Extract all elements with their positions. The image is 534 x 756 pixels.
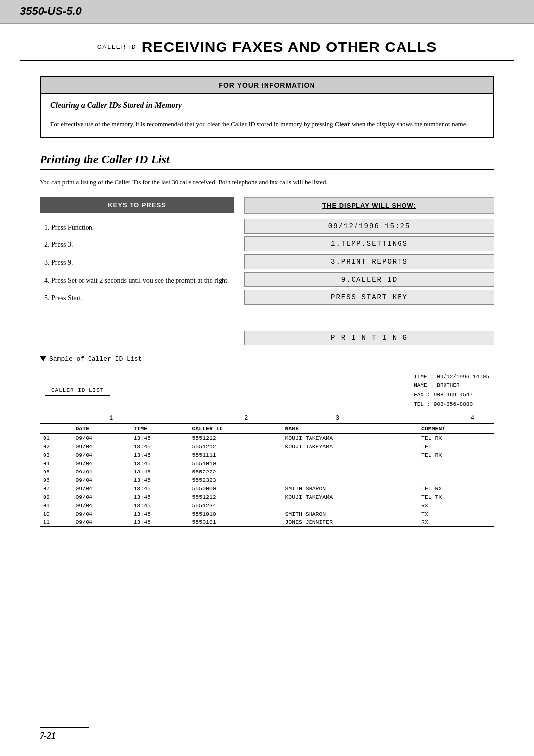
caller-table-body: 01 09/04 13:45 5551212 KOUJI TAKEYAMA TE…: [40, 434, 494, 527]
table-row: 05 09/04 13:45 5552222: [40, 468, 494, 476]
section-intro: You can print a listing of the Caller ID…: [40, 177, 494, 188]
display-screen-5: PRESS START KEY: [244, 290, 494, 305]
info-box-content: Clearing a Caller IDs Stored in Memory F…: [41, 94, 493, 137]
info-tel: TEL : 908-356-8880: [414, 400, 489, 409]
sample-label: Sample of Caller ID List: [40, 355, 494, 363]
col-num-header: [40, 424, 72, 434]
info-time: TIME : 09/12/1996 14:05: [414, 372, 489, 381]
section-title: Printing the Caller ID List: [40, 153, 494, 170]
steps-list: 1. Press Function. 2. Press 3. 3. Press …: [40, 220, 234, 306]
table-row: 10 09/04 13:45 5551010 SMITH SHARON TX: [40, 510, 494, 518]
display-screen-3: 3.PRINT REPORTS: [244, 254, 494, 269]
info-box-subtitle: Clearing a Caller IDs Stored in Memory: [50, 101, 484, 114]
table-row: 09 09/04 13:45 5551234 RX: [40, 501, 494, 510]
page: 3550-US-5.0 CALLER IDRECEIVING FAXES AND…: [0, 0, 534, 756]
step-2: 2. Press 3.: [44, 237, 234, 253]
info-box-header: FOR YOUR INFORMATION: [41, 77, 493, 94]
caller-list-header: CALLER ID LIST TIME : 09/12/1996 14:05 N…: [40, 368, 494, 414]
table-row: 07 09/04 13:45 5550000 SMITH SHARON TEL …: [40, 484, 494, 493]
col-date-header: DATE: [72, 424, 131, 434]
caller-list-title: CALLER ID LIST: [45, 385, 110, 396]
col-comment-header: COMMENT: [418, 424, 494, 434]
table-row: 03 09/04 13:45 5551111 TEL RX: [40, 451, 494, 459]
table-header-row: DATE TIME CALLER ID NAME COMMENT: [40, 424, 494, 434]
table-row: 01 09/04 13:45 5551212 KOUJI TAKEYAMA TE…: [40, 434, 494, 443]
doc-id: 3550-US-5.0: [20, 5, 82, 17]
info-fax: FAX : 908-469-4547: [414, 390, 489, 400]
display-screen-1: 09/12/1996 15:25: [244, 219, 494, 234]
page-header: CALLER IDRECEIVING FAXES AND OTHER CALLS: [20, 24, 514, 61]
keys-column: KEYS TO PRESS 1. Press Function. 2. Pres…: [40, 197, 244, 345]
step-5: 5. Press Start.: [44, 291, 234, 306]
col-callerid-header: CALLER ID: [189, 424, 282, 434]
col-numbers-row: 1 2 3 4: [40, 413, 494, 424]
content-area: FOR YOUR INFORMATION Clearing a Caller I…: [0, 61, 534, 542]
display-screen-4: 9.CALLER ID: [244, 272, 494, 287]
table-row: 08 09/04 13:45 5551212 KOUJI TAKEYAMA TE…: [40, 493, 494, 501]
info-name: NAME : BROTHER: [414, 381, 489, 390]
table-row: 11 09/04 13:45 5550101 JONES JENNIFER RX: [40, 518, 494, 526]
info-box-text: For effective use of the memory, it is r…: [50, 119, 484, 130]
page-footer: 7-21: [40, 727, 89, 741]
col-time-header: TIME: [131, 424, 189, 434]
display-column: THE DISPLAY WILL SHOW: 09/12/1996 15:25 …: [244, 197, 494, 345]
caller-table: DATE TIME CALLER ID NAME COMMENT 01 09/0…: [40, 424, 494, 526]
step-4: 4. Press Set or wait 2 seconds until you…: [44, 273, 234, 288]
caller-id-label: CALLER ID: [97, 44, 137, 50]
triangle-icon: [40, 356, 46, 361]
display-screen-6: P R I N T I N G: [244, 331, 494, 345]
table-row: 02 09/04 13:45 5551212 KOUJI TAKEYAMA TE…: [40, 442, 494, 451]
display-header: THE DISPLAY WILL SHOW:: [244, 197, 494, 214]
table-row: 04 09/04 13:45 5551010: [40, 459, 494, 468]
col-name-header: NAME: [282, 424, 418, 434]
caller-list-container: CALLER ID LIST TIME : 09/12/1996 14:05 N…: [40, 368, 494, 527]
keys-header: KEYS TO PRESS: [40, 197, 234, 213]
step-1: 1. Press Function.: [44, 220, 234, 236]
top-bar: 3550-US-5.0: [0, 0, 534, 24]
two-column-layout: KEYS TO PRESS 1. Press Function. 2. Pres…: [40, 197, 494, 345]
display-boxes: 09/12/1996 15:25 1.TEMP.SETTINGS 3.PRINT…: [244, 219, 494, 345]
table-row: 06 09/04 13:45 5552323: [40, 476, 494, 484]
display-screen-2: 1.TEMP.SETTINGS: [244, 236, 494, 251]
info-box: FOR YOUR INFORMATION Clearing a Caller I…: [40, 76, 494, 138]
step-3: 3. Press 9.: [44, 255, 234, 271]
page-title: RECEIVING FAXES AND OTHER CALLS: [142, 39, 437, 55]
page-number: 7-21: [40, 731, 56, 741]
caller-list-info: TIME : 09/12/1996 14:05 NAME : BROTHER F…: [414, 372, 489, 409]
